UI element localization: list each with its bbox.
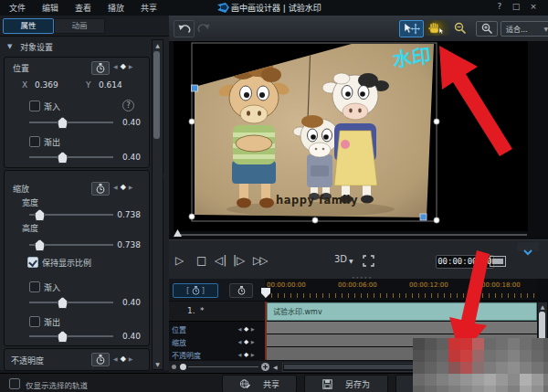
selection-handle[interactable] (189, 214, 195, 219)
keyframe-icon[interactable]: ◆ (244, 351, 248, 358)
scrollbar-thumb[interactable] (284, 365, 520, 369)
selection-handle[interactable] (420, 214, 427, 220)
play-button[interactable]: ▷ (175, 254, 184, 267)
position-keyframe-timer-button[interactable] (91, 61, 110, 75)
hand-tool-button[interactable] (424, 20, 449, 36)
timer-toggle-button[interactable] (229, 283, 253, 298)
scale-keyframe-timer-button[interactable] (91, 182, 110, 196)
chevron-down-icon[interactable]: ▼ (349, 258, 353, 264)
share-button[interactable]: 共享 (222, 375, 297, 392)
scrollbar-thumb[interactable] (539, 312, 545, 352)
x-value[interactable]: 0.369 (35, 80, 58, 90)
slider-thumb[interactable] (58, 117, 68, 129)
scroll-left-icon[interactable]: ◀ (273, 364, 278, 370)
bottom-right-button[interactable] (395, 375, 547, 392)
prev-keyframe-icon[interactable]: ◀ (113, 355, 118, 362)
prev-keyframe-icon[interactable]: ◀ (113, 184, 118, 190)
show-selected-track-checkbox[interactable] (9, 378, 20, 389)
slider-track[interactable] (29, 122, 113, 123)
scale-fade-out-checkbox[interactable] (29, 316, 40, 327)
tab-animation[interactable]: 动画 (54, 18, 105, 34)
prev-keyframe-icon[interactable]: ◀ (237, 339, 241, 344)
slider-thumb[interactable] (58, 297, 68, 309)
collapse-icon[interactable]: ▼ (7, 43, 12, 50)
fade-in-checkbox[interactable] (29, 101, 40, 111)
panel-splitter[interactable]: ⋯ (161, 174, 167, 180)
keep-ratio-checkbox[interactable] (27, 257, 38, 268)
slider-thumb[interactable] (58, 331, 68, 343)
menu-play[interactable]: 播放 (108, 2, 124, 14)
zoom-in-button[interactable] (476, 21, 498, 37)
keyframe-track[interactable] (265, 347, 537, 360)
y-value[interactable]: 0.614 (99, 80, 122, 90)
tab-properties[interactable]: 属性 (3, 18, 54, 34)
slider-thumb[interactable] (35, 209, 45, 221)
selection-handle[interactable] (434, 217, 439, 223)
selection-handle[interactable] (434, 119, 439, 124)
enlarge-preview-icon[interactable] (363, 255, 374, 267)
select-tool-button[interactable] (399, 20, 424, 37)
scroll-up-icon[interactable]: ▲ (538, 303, 547, 310)
fast-forward-button[interactable]: ▷▷ (253, 254, 266, 267)
fade-out-checkbox[interactable] (29, 136, 40, 147)
previous-frame-button[interactable]: ◁| (215, 254, 227, 267)
zoom-fit-dropdown[interactable]: 适合... ▼ (501, 21, 548, 37)
slider-thumb[interactable] (35, 239, 45, 251)
next-keyframe-icon[interactable]: ▶ (251, 339, 255, 344)
selection-handle[interactable] (189, 119, 195, 124)
timeline-vscrollbar[interactable]: ▲ ▼ (537, 302, 548, 363)
next-keyframe-icon[interactable]: ▶ (251, 352, 255, 357)
keyframe-icon[interactable]: ◆ (244, 338, 248, 345)
scrollbar-thumb[interactable] (153, 51, 160, 139)
menu-file[interactable]: 文件 (9, 2, 26, 14)
menu-edit[interactable]: 编辑 (42, 2, 58, 14)
watermark-text[interactable]: 水印 (392, 45, 433, 71)
track-header[interactable]: 1. * (169, 302, 265, 322)
selection-handle[interactable] (192, 85, 198, 91)
keyframe-icon[interactable]: ◆ (121, 62, 126, 70)
keyframe-track[interactable] (265, 334, 537, 347)
help-icon[interactable]: ? (122, 100, 134, 111)
timeline-clip[interactable]: 试验水印.wmv (267, 302, 537, 321)
next-keyframe-icon[interactable]: ▶ (251, 326, 255, 332)
menu-view[interactable]: 查看 (75, 2, 91, 14)
close-button[interactable]: × (527, 1, 540, 13)
prev-keyframe-icon[interactable]: ◀ (237, 326, 241, 332)
next-keyframe-icon[interactable]: ▶ (129, 355, 133, 362)
opacity-keyframe-timer-button[interactable] (91, 353, 110, 366)
scale-fade-in-checkbox[interactable] (29, 281, 40, 292)
zoom-out-tool-button[interactable] (449, 20, 471, 36)
prev-keyframe-icon[interactable]: ◀ (237, 352, 241, 357)
keyframe-icon[interactable]: ◆ (121, 183, 126, 191)
slider-track[interactable] (29, 302, 113, 303)
undo-button[interactable] (174, 20, 195, 37)
slider-thumb[interactable] (58, 152, 68, 164)
3d-mode-button[interactable]: 3D (334, 254, 347, 264)
panel-scrollbar[interactable]: ▲ ▼ (152, 39, 163, 370)
scroll-down-icon[interactable]: ▼ (538, 355, 547, 361)
scroll-down-icon[interactable]: ▼ (153, 361, 163, 367)
stop-button[interactable]: □ (196, 254, 206, 267)
scroll-right-icon[interactable]: ▶ (525, 364, 530, 370)
timeline-zoom-thumb[interactable] (180, 364, 186, 370)
timeline-hscrollbar[interactable] (282, 363, 523, 372)
keyframe-icon[interactable]: ◆ (244, 325, 248, 333)
help-button[interactable]: ? (493, 1, 506, 13)
next-keyframe-icon[interactable]: ▶ (129, 63, 133, 69)
keyframe-track[interactable] (265, 322, 537, 334)
scroll-up-icon[interactable]: ▲ (153, 42, 163, 48)
menu-share[interactable]: 共享 (141, 2, 157, 14)
timecode-display[interactable]: 00:00:00:00 (436, 255, 494, 269)
slider-track[interactable] (29, 156, 113, 158)
redo-button[interactable] (195, 20, 214, 36)
keyframe-mode-button[interactable]: [ ] (173, 283, 218, 298)
maximize-button[interactable]: □ (510, 1, 522, 13)
timeline-ruler[interactable]: 00:00:00:00 00:00:06:00 00:00:12:00 00:0… (265, 279, 537, 302)
monitor-icon[interactable] (490, 256, 506, 267)
next-frame-button[interactable]: |▷ (233, 254, 245, 267)
selection-handle[interactable] (312, 217, 318, 223)
next-keyframe-icon[interactable]: ▶ (129, 184, 133, 190)
collapse-preview-button[interactable] (517, 242, 539, 251)
keyframe-icon[interactable]: ◆ (121, 355, 126, 363)
prev-keyframe-icon[interactable]: ◀ (113, 63, 118, 69)
